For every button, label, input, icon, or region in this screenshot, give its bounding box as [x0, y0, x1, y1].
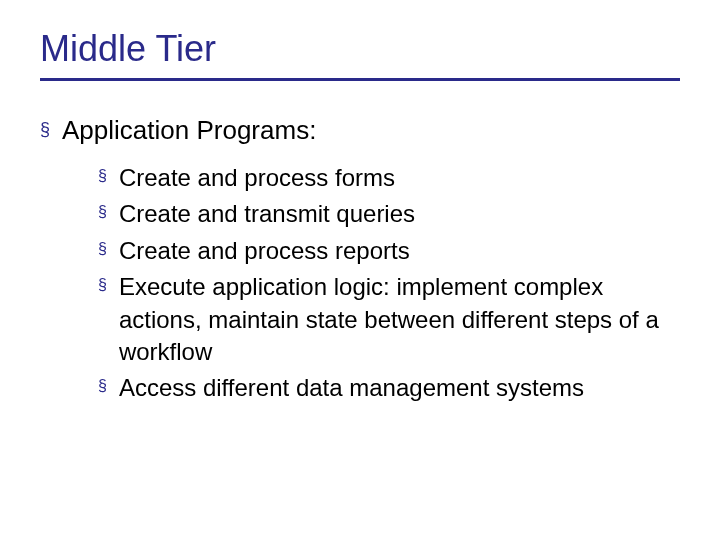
list-item: § Execute application logic: implement c… — [98, 271, 680, 368]
slide-title: Middle Tier — [40, 28, 680, 81]
list-item-text: Create and process reports — [119, 235, 410, 267]
list-item: § Create and process forms — [98, 162, 680, 194]
section-bullet-icon: § — [98, 203, 107, 221]
list-item: § Create and process reports — [98, 235, 680, 267]
list-item-text: Execute application logic: implement com… — [119, 271, 680, 368]
section-bullet-icon: § — [98, 167, 107, 185]
inner-bullet-list: § Create and process forms § Create and … — [40, 162, 680, 405]
list-item: § Create and transmit queries — [98, 198, 680, 230]
list-item-text: Access different data management systems — [119, 372, 584, 404]
section-bullet-icon: § — [98, 377, 107, 395]
section-bullet-icon: § — [98, 240, 107, 258]
list-item: § Access different data management syste… — [98, 372, 680, 404]
section-bullet-icon: § — [98, 276, 107, 294]
list-item-text: Create and transmit queries — [119, 198, 415, 230]
outer-bullet-item: § Application Programs: — [40, 113, 680, 148]
slide-content: § Application Programs: § Create and pro… — [40, 85, 680, 405]
section-bullet-icon: § — [40, 119, 50, 140]
list-item-text: Create and process forms — [119, 162, 395, 194]
outer-bullet-text: Application Programs: — [62, 113, 316, 148]
